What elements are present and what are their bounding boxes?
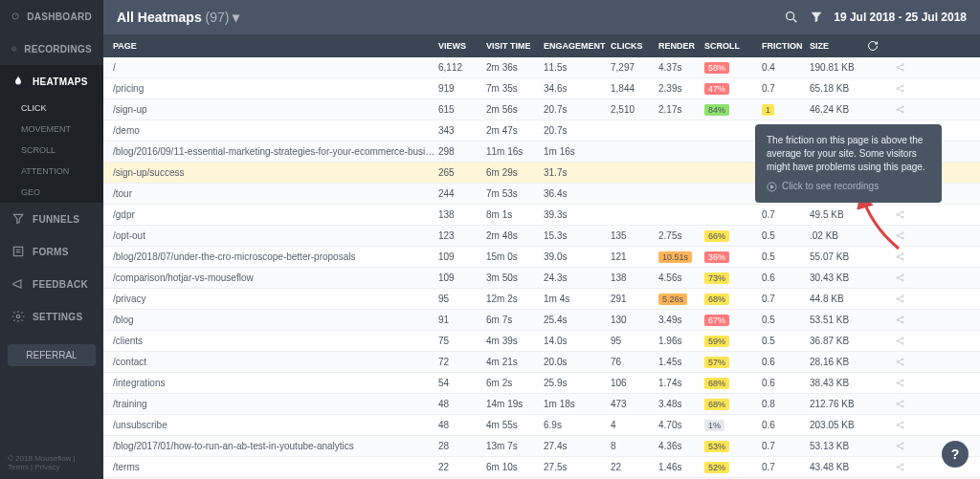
col-scroll[interactable]: SCROLL [704,41,762,51]
cell-render: 4.36s [658,441,704,451]
col-clicks[interactable]: CLICKS [611,41,658,51]
cell-actions[interactable] [867,378,905,388]
sub-click[interactable]: CLICK [0,98,103,119]
table-row[interactable]: /blog 91 6m 7s 25.4s 130 3.49s 67% 0.5 5… [103,310,980,331]
col-visit-time[interactable]: VISIT TIME [486,41,544,51]
table-row[interactable]: /sign-up 615 2m 56s 20.7s 2,510 2.17s 84… [103,99,980,120]
cell-friction: 0.6 [762,420,810,430]
sub-geo[interactable]: GEO [0,182,103,203]
cell-friction: 0.5 [762,336,810,346]
cell-page: /contact [113,357,438,367]
cell-eng: 31.7s [544,167,611,178]
cell-size: 46.24 KB [810,104,867,115]
cell-views: 244 [438,188,486,199]
cell-views: 54 [438,378,486,388]
refresh-icon[interactable] [867,40,879,52]
cell-size: 203.05 KB [810,420,867,430]
cell-views: 109 [438,251,486,262]
sub-scroll[interactable]: SCROLL [0,140,103,161]
table-row[interactable]: /integrations 54 6m 2s 25.9s 106 1.74s 6… [103,373,980,394]
table-row[interactable]: /gdpr 138 8m 1s 39.3s 0.7 49.5 KB [103,205,980,226]
svg-point-53 [902,380,903,381]
cell-actions[interactable] [867,62,905,73]
nav-funnels[interactable]: FUNNELS [0,203,103,235]
cell-actions[interactable] [867,441,905,451]
col-engagement[interactable]: ENGAGEMENT [544,41,611,51]
cell-scroll: 36% [704,251,762,263]
cell-render: 3.49s [658,315,704,325]
nav-forms[interactable]: FORMS [0,235,103,268]
date-range[interactable]: 19 Jul 2018 - 25 Jul 2018 [834,11,967,24]
cell-eng: 20.0s [544,357,611,367]
cell-page: /clients [113,336,438,346]
nav-feedback[interactable]: FEEDBACK [0,268,103,300]
cell-actions[interactable] [867,399,905,409]
cell-visit: 15m 0s [486,251,544,262]
cell-eng: 1m 16s [544,146,611,157]
cell-page: /integrations [113,378,438,388]
filter-icon[interactable] [809,10,824,25]
table-row[interactable]: /blog/2018/07/under-the-cro-microscope-b… [103,247,980,268]
cell-actions[interactable] [867,336,905,346]
cell-scroll: 68% [704,399,762,410]
cell-actions[interactable] [867,357,905,367]
cell-scroll: 47% [704,83,762,95]
table-row[interactable]: /opt-out 123 2m 48s 15.3s 135 2.75s 66% … [103,226,980,247]
cell-actions[interactable] [867,230,905,241]
tooltip-link[interactable]: Click to see recordings [767,180,930,193]
col-friction[interactable]: FRICTION [762,41,810,51]
nav-recordings[interactable]: RECORDINGS [0,33,103,65]
cell-actions[interactable] [867,420,905,430]
cell-scroll: 68% [704,378,762,389]
cell-size: 30.43 KB [810,272,867,283]
nav-settings[interactable]: SETTINGS [0,300,103,333]
cell-actions[interactable] [867,294,905,304]
search-icon[interactable] [784,10,799,25]
table-row[interactable]: /unsubscribe 48 4m 55s 6.9s 4 4.70s 1% 0… [103,415,980,436]
svg-point-49 [897,361,899,363]
cell-actions[interactable] [867,272,905,283]
table-row[interactable]: /privacy 95 12m 2s 1m 4s 291 5.26s 68% 0… [103,289,980,310]
cell-clicks: 130 [611,315,658,325]
col-page[interactable]: PAGE [113,41,438,51]
svg-point-11 [902,90,903,92]
footer-copyright: © 2018 Mouseflow | Terms | Privacy [0,446,103,479]
referral-button[interactable]: REFERRAL [8,344,96,366]
cell-scroll: 53% [704,441,762,452]
cell-actions[interactable] [867,104,905,115]
table-row[interactable]: /training 48 14m 19s 1m 18s 473 3.48s 68… [103,394,980,415]
svg-point-28 [897,214,899,216]
help-button[interactable]: ? [942,441,969,468]
table-row[interactable]: /pricing 919 7m 35s 34.6s 1,844 2.39s 47… [103,78,980,99]
col-views[interactable]: VIEWS [438,41,486,51]
table-row[interactable]: /comparison/hotjar-vs-mouseflow 109 3m 5… [103,268,980,289]
sub-movement[interactable]: MOVEMENT [0,119,103,140]
table-row[interactable]: / 6,112 2m 36s 11.5s 7,297 4.37s 58% 0.4… [103,57,980,78]
col-render[interactable]: RENDER [658,41,704,51]
svg-point-47 [902,337,903,339]
cell-friction: 0.6 [762,357,810,367]
table-row[interactable]: /clients 75 4m 39s 14.0s 95 1.96s 59% 0.… [103,331,980,352]
cell-actions[interactable] [867,251,905,262]
table-row[interactable]: /contact 72 4m 21s 20.0s 76 1.45s 57% 0.… [103,352,980,373]
sub-attention[interactable]: ATTENTION [0,161,103,182]
table-row[interactable]: /blog/2017/01/how-to-run-an-ab-test-in-y… [103,436,980,457]
cell-actions[interactable] [867,315,905,325]
play-circle-icon [767,182,777,192]
svg-point-62 [902,443,903,445]
svg-point-57 [902,405,903,407]
table-body: The friction on this page is above the a… [103,57,980,479]
cell-actions[interactable] [867,209,905,220]
table-row[interactable]: /terms 22 6m 10s 27.5s 22 1.46s 52% 0.7 … [103,457,980,478]
cell-actions[interactable] [867,462,905,472]
cell-visit: 11m 16s [486,146,544,157]
nav-heatmaps[interactable]: HEATMAPS [0,65,103,98]
svg-point-8 [902,69,903,71]
cell-render: 1.96s [658,336,704,346]
col-size[interactable]: SIZE [810,41,867,51]
cell-friction: 0.6 [762,378,810,388]
cell-size: 49.5 KB [810,209,867,220]
nav-dashboard[interactable]: DASHBOARD [0,0,103,33]
cell-actions[interactable] [867,83,905,94]
cell-scroll: 59% [704,336,762,347]
